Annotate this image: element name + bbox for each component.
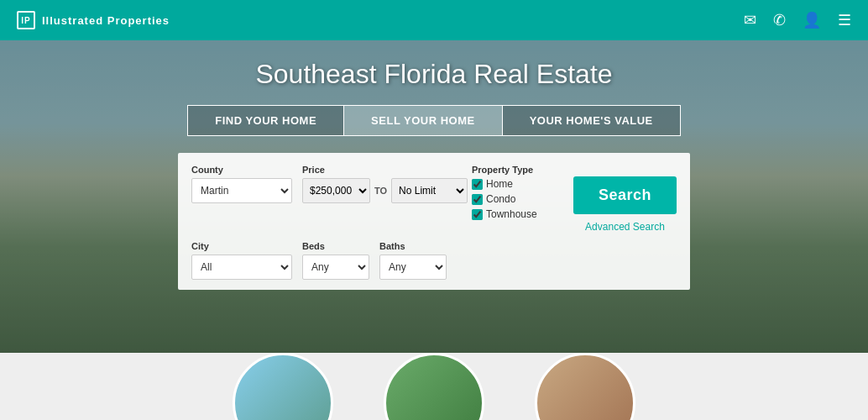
header-icons: ✉ ✆ 👤 ☰ <box>744 11 851 29</box>
phone-icon[interactable]: ✆ <box>773 11 786 29</box>
logo-text: Illustrated Properties <box>42 14 170 27</box>
price-to-select[interactable]: No Limit $300,000 $500,000 $1,000,000 <box>391 178 468 203</box>
bottom-section <box>0 353 868 420</box>
condo-checkbox[interactable] <box>472 194 483 205</box>
city-label: City <box>191 241 292 251</box>
property-type-group: Property Type Home Condo Townhouse <box>472 165 556 220</box>
city-select[interactable]: All Jupiter Palm Beach Gardens Stuart <box>191 255 292 280</box>
baths-label: Baths <box>379 241 447 251</box>
search-button[interactable]: Search <box>573 176 677 214</box>
logo-initial-text: IP <box>21 16 30 25</box>
circle-1 <box>233 353 333 420</box>
logo: IP Illustrated Properties <box>17 11 170 29</box>
county-group: County Martin Palm Beach Broward Miami-D… <box>191 165 292 203</box>
hero-title: Southeast Florida Real Estate <box>255 59 612 90</box>
account-icon[interactable]: 👤 <box>803 11 821 29</box>
baths-group: Baths Any 1+ 2+ 3+ 4+ <box>379 241 447 280</box>
hero-section: Southeast Florida Real Estate FIND YOUR … <box>0 0 868 353</box>
circle-2 <box>384 353 484 420</box>
price-to-separator: TO <box>374 186 387 196</box>
menu-icon[interactable]: ☰ <box>838 11 851 29</box>
county-label: County <box>191 165 292 175</box>
tab-home-value[interactable]: YOUR HOME'S VALUE <box>503 105 681 136</box>
tab-sell-home[interactable]: SELL YOUR HOME <box>344 105 503 136</box>
checkbox-condo: Condo <box>472 193 556 205</box>
property-type-label: Property Type <box>472 165 556 175</box>
baths-select[interactable]: Any 1+ 2+ 3+ 4+ <box>379 255 447 280</box>
townhouse-label: Townhouse <box>486 208 537 220</box>
home-checkbox[interactable] <box>472 179 483 190</box>
beds-select[interactable]: Any 1+ 2+ 3+ 4+ 5+ <box>302 255 369 280</box>
townhouse-checkbox[interactable] <box>472 209 483 220</box>
logo-icon: IP <box>17 11 35 29</box>
tab-find-home[interactable]: FIND YOUR HOME <box>187 105 344 136</box>
search-button-group: Search Advanced Search <box>573 165 677 233</box>
beds-group: Beds Any 1+ 2+ 3+ 4+ 5+ <box>302 241 369 280</box>
price-group: Price $250,000 Any $100,000 $150,000 $20… <box>302 165 462 203</box>
advanced-search-link[interactable]: Advanced Search <box>585 221 665 233</box>
header: IP Illustrated Properties ✉ ✆ 👤 ☰ <box>0 0 868 40</box>
search-panel: County Martin Palm Beach Broward Miami-D… <box>178 153 690 290</box>
email-icon[interactable]: ✉ <box>744 11 756 29</box>
city-group: City All Jupiter Palm Beach Gardens Stua… <box>191 241 292 280</box>
home-label: Home <box>486 178 513 190</box>
circle-3 <box>535 353 635 420</box>
price-label: Price <box>302 165 462 175</box>
checkbox-townhouse: Townhouse <box>472 208 556 220</box>
checkbox-home: Home <box>472 178 556 190</box>
price-from-select[interactable]: $250,000 Any $100,000 $150,000 $200,000 … <box>302 178 370 203</box>
county-select[interactable]: Martin Palm Beach Broward Miami-Dade <box>191 178 292 203</box>
condo-label: Condo <box>486 193 515 205</box>
hero-content: Southeast Florida Real Estate FIND YOUR … <box>0 50 868 290</box>
beds-label: Beds <box>302 241 369 251</box>
tab-bar: FIND YOUR HOME SELL YOUR HOME YOUR HOME'… <box>187 105 681 136</box>
